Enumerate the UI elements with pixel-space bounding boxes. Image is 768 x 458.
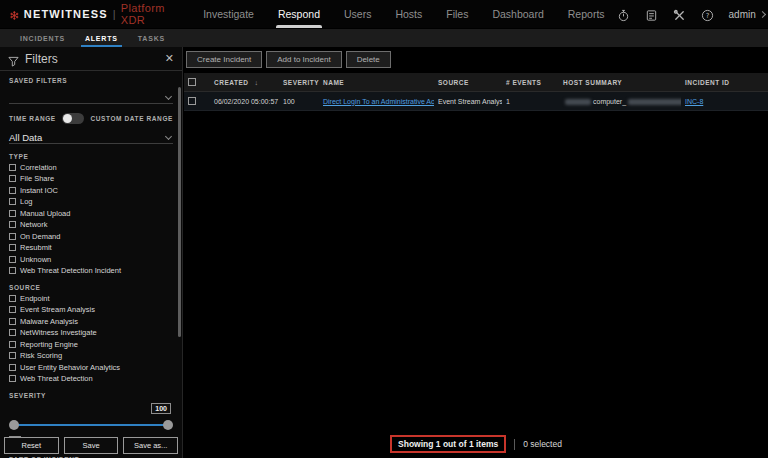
brand-divider: | [113,8,116,20]
checkbox[interactable] [9,164,16,171]
type-option-web-threat[interactable]: Web Threat Detection Incident [9,266,173,275]
saved-filters-select[interactable] [9,87,173,104]
nav-item-respond[interactable]: Respond [266,0,332,28]
checkbox[interactable] [9,256,16,263]
checkbox[interactable] [9,318,16,325]
time-range-select[interactable]: All Data [9,127,173,144]
row-severity: 100 [279,92,319,111]
checkbox[interactable] [9,210,16,217]
checkbox[interactable] [9,306,16,313]
custom-date-range-label: CUSTOM DATE RANGE [90,115,173,122]
save-button[interactable]: Save [64,437,119,454]
report-icon[interactable] [645,8,658,21]
checkbox[interactable] [9,352,16,359]
col-severity[interactable]: SEVERITY [279,73,319,92]
source-option-ueba[interactable]: User Entity Behavior Analytics [9,363,173,372]
checkbox[interactable] [9,267,16,274]
checkbox[interactable] [9,375,16,382]
severity-max-handle[interactable] [163,420,173,430]
checkbox[interactable] [9,233,16,240]
svg-text:?: ? [705,11,709,19]
source-option-investigate[interactable]: NetWitness Investigate [9,328,173,337]
reset-button[interactable]: Reset [4,437,59,454]
alerts-toolbar: Create Incident Add to Incident Delete [184,47,768,72]
chevron-down-icon [165,133,172,140]
help-icon[interactable]: ? [701,8,714,21]
col-host-summary[interactable]: HOST SUMMARY [559,73,681,92]
select-all-header[interactable] [184,73,210,92]
type-option-manual-upload[interactable]: Manual Upload [9,209,173,218]
checkbox[interactable] [9,329,16,336]
tab-alerts[interactable]: ALERTS [75,29,128,47]
row-select-cell[interactable] [184,92,210,111]
tab-tasks[interactable]: TASKS [128,29,175,47]
nav-item-dashboard[interactable]: Dashboard [480,0,555,28]
filters-header: Filters ✕ [0,47,182,71]
select-all-checkbox[interactable] [188,78,196,86]
nav-item-files[interactable]: Files [434,0,480,28]
type-option-file-share[interactable]: File Share [9,174,173,183]
type-option-unknown[interactable]: Unknown [9,255,173,264]
type-option-correlation[interactable]: Correlation [9,163,173,172]
checkbox[interactable] [9,198,16,205]
checkbox[interactable] [9,187,16,194]
severity-label: SEVERITY [9,392,173,399]
type-option-log[interactable]: Log [9,197,173,206]
nav-item-reports[interactable]: Reports [556,0,617,28]
checkbox[interactable] [9,244,16,251]
row-events: 1 [502,92,559,111]
user-menu[interactable]: admin [729,9,765,20]
source-option-reporting[interactable]: Reporting Engine [9,340,173,349]
checkbox[interactable] [9,341,16,348]
redacted-text [565,99,591,105]
checkbox[interactable] [9,295,16,302]
source-option-endpoint[interactable]: Endpoint [9,294,173,303]
delete-button[interactable]: Delete [346,51,391,68]
nav-item-users[interactable]: Users [332,0,383,28]
filters-footer: Reset Save Save as... [4,437,178,454]
redacted-text [628,99,681,105]
filters-scrollbar[interactable] [178,87,181,337]
checkbox[interactable] [9,364,16,371]
close-icon[interactable]: ✕ [165,52,174,65]
alerts-main: Create Incident Add to Incident Delete C… [184,47,768,458]
respond-tabbar: INCIDENTS ALERTS TASKS [0,29,768,47]
source-option-risk[interactable]: Risk Scoring [9,351,173,360]
col-created[interactable]: CREATED↓ [210,73,279,92]
table-row[interactable]: 06/02/2020 05:00:57 am 100 Direct Login … [184,92,768,111]
create-incident-button[interactable]: Create Incident [186,51,262,68]
sort-desc-icon[interactable]: ↓ [254,79,258,86]
type-option-network[interactable]: Network [9,220,173,229]
source-option-malware[interactable]: Malware Analysis [9,317,173,326]
col-name[interactable]: NAME [319,73,434,92]
col-source[interactable]: SOURCE [434,73,502,92]
col-incident-id[interactable]: INCIDENT ID [681,73,768,92]
alert-name-link[interactable]: Direct Login To an Administrative Accoun… [323,98,434,105]
row-checkbox[interactable] [188,97,196,105]
netwitness-logo-icon [10,8,19,21]
row-host-summary: computer_ [559,92,681,111]
save-as-button[interactable]: Save as... [123,437,178,454]
filters-panel: Filters ✕ SAVED FILTERS TIME RANGE CUSTO… [0,47,183,458]
checkbox[interactable] [9,221,16,228]
source-option-wtd[interactable]: Web Threat Detection [9,374,173,383]
row-incident-id: INC-8 [681,92,768,111]
source-label: SOURCE [9,284,173,291]
incident-id-link[interactable]: INC-8 [685,98,703,105]
type-option-instant-ioc[interactable]: Instant IOC [9,186,173,195]
tools-icon[interactable] [673,8,686,21]
col-events[interactable]: # EVENTS [502,73,559,92]
type-option-on-demand[interactable]: On Demand [9,232,173,241]
nav-item-investigate[interactable]: Investigate [191,0,266,28]
tab-incidents[interactable]: INCIDENTS [10,29,75,47]
severity-min-handle[interactable] [9,420,19,430]
severity-slider[interactable] [13,424,169,426]
custom-date-range-toggle[interactable] [62,113,84,124]
brand[interactable]: NETWITNESS | Platform XDR [10,0,169,28]
checkbox[interactable] [9,175,16,182]
add-to-incident-button[interactable]: Add to Incident [266,51,341,68]
nav-item-hosts[interactable]: Hosts [383,0,434,28]
timer-icon[interactable] [617,8,630,21]
type-option-resubmit[interactable]: Resubmit [9,243,173,252]
source-option-esa[interactable]: Event Stream Analysis [9,305,173,314]
